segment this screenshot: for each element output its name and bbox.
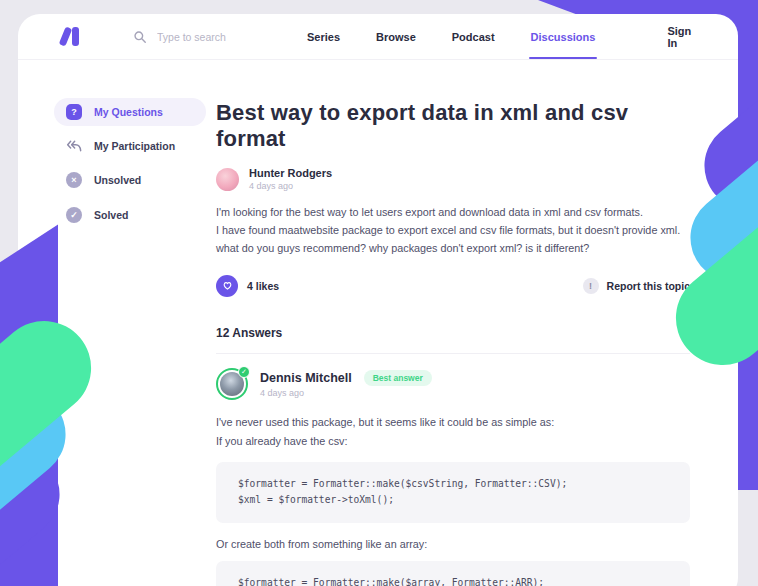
nav-links: Series Browse Podcast Discussions — [307, 31, 595, 43]
question-author-row: Hunter Rodgers 4 days ago — [216, 167, 690, 191]
check-circle-icon: ✓ — [66, 207, 82, 223]
answer-author-row: ✓ Dennis Mitchell Best answer 4 days ago — [216, 368, 690, 400]
sidebar-item-label: My Questions — [94, 106, 163, 118]
question-title: Best way to export data in xml and csv f… — [216, 100, 690, 152]
question-line: I have found maatwebsite package to expo… — [216, 222, 690, 240]
search-icon — [133, 30, 147, 44]
content-card: Series Browse Podcast Discussions Sign I… — [18, 14, 738, 586]
answer-line: If you already have the csv: — [216, 432, 690, 451]
like-group: 4 likes — [216, 275, 279, 297]
report-icon: ! — [583, 278, 599, 294]
search-box[interactable] — [133, 30, 307, 44]
search-input[interactable] — [157, 31, 307, 43]
best-answer: ✓ Dennis Mitchell Best answer 4 days ago… — [216, 368, 690, 586]
main-content: Best way to export data in xml and csv f… — [216, 100, 690, 586]
like-button[interactable] — [216, 275, 238, 297]
report-topic-button[interactable]: ! Report this topic — [583, 278, 690, 294]
question-icon: ? — [66, 104, 82, 120]
logo-mark — [72, 27, 79, 46]
page: Series Browse Podcast Discussions Sign I… — [0, 0, 758, 586]
avatar[interactable] — [216, 168, 239, 191]
post-timestamp: 4 days ago — [249, 181, 332, 191]
sidebar-item-label: Unsolved — [94, 174, 141, 186]
sidebar-item-solved[interactable]: ✓ Solved — [54, 201, 206, 229]
sign-in-button[interactable]: Sign In — [667, 25, 691, 49]
answer-author-name[interactable]: Dennis Mitchell — [260, 371, 352, 385]
code-line: $formatter = Formatter::make($array, For… — [238, 575, 668, 586]
nav-link-podcast[interactable]: Podcast — [452, 31, 495, 43]
heart-icon — [222, 280, 233, 291]
author-name[interactable]: Hunter Rodgers — [249, 167, 332, 179]
sidebar-item-label: Solved — [94, 209, 128, 221]
sidebar-item-unsolved[interactable]: × Unsolved — [54, 166, 206, 194]
sidebar: ? My Questions My Participation × Unsolv… — [54, 98, 206, 236]
answer-line: Or create both from something like an ar… — [216, 538, 690, 550]
code-line: $xml = $formatter->toXml(); — [238, 492, 668, 509]
nav-link-series[interactable]: Series — [307, 31, 340, 43]
nav-link-browse[interactable]: Browse — [376, 31, 416, 43]
logo-mark — [59, 26, 73, 46]
answer-timestamp: 4 days ago — [260, 388, 432, 398]
code-line: $formatter = Formatter::make($csvString,… — [238, 476, 668, 493]
report-label: Report this topic — [607, 280, 690, 292]
sidebar-item-my-questions[interactable]: ? My Questions — [54, 98, 206, 126]
question-actions: 4 likes ! Report this topic — [216, 275, 690, 297]
reply-icon — [66, 139, 82, 153]
answer-body: I've never used this package, but it see… — [216, 413, 690, 451]
app-logo[interactable] — [62, 27, 79, 46]
nav-link-discussions[interactable]: Discussions — [531, 31, 596, 43]
code-block[interactable]: $formatter = Formatter::make($array, For… — [216, 561, 690, 586]
like-count: 4 likes — [247, 280, 279, 292]
divider — [216, 353, 690, 354]
sidebar-item-label: My Participation — [94, 140, 175, 152]
best-answer-badge: Best answer — [364, 370, 432, 386]
cross-circle-icon: × — [66, 172, 82, 188]
avatar[interactable]: ✓ — [216, 368, 248, 400]
question-line: what do you guys recommend? why packages… — [216, 240, 690, 258]
navbar: Series Browse Podcast Discussions Sign I… — [18, 14, 738, 60]
sidebar-item-my-participation[interactable]: My Participation — [54, 133, 206, 159]
answer-line: I've never used this package, but it see… — [216, 413, 690, 432]
question-body: I'm looking for the best way to let user… — [216, 204, 690, 258]
answers-count: 12 Answers — [216, 326, 690, 340]
question-line: I'm looking for the best way to let user… — [216, 204, 690, 222]
code-block[interactable]: $formatter = Formatter::make($csvString,… — [216, 462, 690, 524]
verified-check-icon: ✓ — [238, 366, 250, 378]
